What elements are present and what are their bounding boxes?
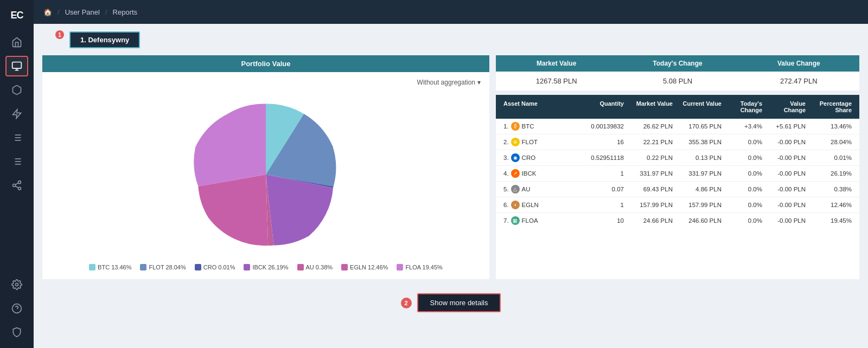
svg-point-17 <box>13 184 16 187</box>
legend-item: AU 0.38% <box>297 264 333 270</box>
asset-num: 6. <box>503 202 509 208</box>
asset-current-value: 355.38 PLN <box>675 136 724 149</box>
asset-pct-share: 13.46% <box>808 120 854 133</box>
sidebar-item-lightning[interactable] <box>5 104 28 124</box>
table-row: 7.▦FLOA1024.66 PLN246.60 PLN0.0%-0.00 PL… <box>496 213 859 228</box>
table-row: 6.▪EGLN1157.99 PLN157.99 PLN0.0%-0.00 PL… <box>496 197 859 213</box>
table-header-cell: Current Value <box>675 95 724 119</box>
asset-value-change: -0.00 PLN <box>764 183 808 196</box>
asset-name-cell: 3.◉CRO <box>501 150 583 165</box>
asset-quantity: 16 <box>583 136 626 149</box>
asset-ticker: FLOA <box>522 217 538 224</box>
table-row: 1.₿BTC0.0013983226.62 PLN170.65 PLN+3.4%… <box>496 119 859 134</box>
sidebar-item-box[interactable] <box>5 80 28 100</box>
show-more-badge: 2 <box>401 298 412 308</box>
table-header-cell: Value Change <box>764 95 808 119</box>
table-header-cell: Quantity <box>583 95 626 119</box>
legend-label: EGLN 12.46% <box>350 264 388 270</box>
asset-quantity: 0.52951118 <box>583 151 626 164</box>
asset-quantity: 10 <box>583 214 626 227</box>
sidebar-item-report[interactable] <box>5 127 28 148</box>
asset-value-change: -0.00 PLN <box>764 136 808 149</box>
portfolio-tab-defensywny[interactable]: 1. Defensywny <box>69 31 140 48</box>
asset-current-value: 4.86 PLN <box>675 183 724 196</box>
asset-current-value: 246.60 PLN <box>675 214 724 227</box>
market-summary-header: Market ValueToday's ChangeValue Change <box>496 55 859 72</box>
asset-market-value: 24.66 PLN <box>626 214 675 227</box>
sidebar-item-portfolio[interactable] <box>5 56 28 76</box>
legend-label: FLOA 19.45% <box>405 264 443 270</box>
pie-chart-container <box>49 91 483 259</box>
asset-market-value: 69.43 PLN <box>626 183 675 196</box>
asset-ticker: BTC <box>522 123 534 130</box>
main-content: 🏠 / User Panel / Reports 1 1. Defensywny… <box>34 0 868 348</box>
market-summary-value-cell: 1267.58 PLN <box>496 77 617 85</box>
asset-num: 4. <box>503 170 509 177</box>
sidebar-item-list[interactable] <box>5 151 28 172</box>
table-row: 5.△AU0.0769.43 PLN4.86 PLN0.0%-0.00 PLN0… <box>496 182 859 197</box>
asset-ticker: FLOT <box>522 139 538 145</box>
asset-current-value: 157.99 PLN <box>675 198 724 211</box>
legend-item: IBCK 26.19% <box>244 264 288 270</box>
asset-icon: △ <box>511 185 520 194</box>
asset-current-value: 170.65 PLN <box>675 120 724 133</box>
portfolio-value-header: Portfolio Value <box>42 55 489 72</box>
right-panel: Market ValueToday's ChangeValue Change 1… <box>496 55 859 279</box>
asset-pct-share: 0.38% <box>808 183 854 196</box>
table-row: 4.↗IBCK1331.97 PLN331.97 PLN0.0%-0.00 PL… <box>496 166 859 182</box>
asset-value-change: -0.00 PLN <box>764 198 808 211</box>
market-summary-header-cell: Value Change <box>738 55 859 72</box>
portfolio-badge-number: 1 <box>55 30 64 39</box>
asset-todays-change: 0.0% <box>724 183 764 196</box>
asset-todays-change: 0.0% <box>724 214 764 227</box>
breadcrumb-sep-2: / <box>105 8 107 16</box>
legend-color <box>397 264 403 270</box>
asset-todays-change: 0.0% <box>724 151 764 164</box>
legend-color <box>297 264 304 270</box>
aggregation-selector[interactable]: Without aggregation ▾ <box>49 79 483 86</box>
asset-table-header: Asset NameQuantityMarket ValueCurrent Va… <box>496 95 859 119</box>
asset-icon: ◉ <box>511 153 520 162</box>
table-header-cell: Market Value <box>626 95 675 119</box>
table-row: 2.⊕FLOT1622.21 PLN355.38 PLN0.0%-0.00 PL… <box>496 134 859 150</box>
asset-todays-change: 0.0% <box>724 167 764 180</box>
asset-market-value: 22.21 PLN <box>626 136 675 149</box>
svg-point-18 <box>18 187 21 190</box>
asset-icon: ⊕ <box>511 138 520 146</box>
market-summary-header-cell: Today's Change <box>617 55 738 72</box>
asset-ticker: AU <box>522 186 531 192</box>
aggregation-chevron-icon: ▾ <box>477 79 481 86</box>
asset-quantity: 1 <box>583 167 626 180</box>
left-panel: Portfolio Value Without aggregation ▾ <box>42 55 489 279</box>
svg-point-21 <box>16 283 18 286</box>
asset-value-change: -0.00 PLN <box>764 214 808 227</box>
asset-quantity: 0.00139832 <box>583 120 626 133</box>
pie-legend: BTC 13.46%FLOT 28.04%CRO 0.01%IBCK 26.19… <box>49 259 483 273</box>
market-summary-value-cell: 5.08 PLN <box>617 77 738 85</box>
show-more-button[interactable]: Show more details <box>417 293 501 312</box>
sidebar-item-help[interactable] <box>5 298 28 319</box>
asset-value-change: -0.00 PLN <box>764 167 808 180</box>
breadcrumb-user-panel[interactable]: User Panel <box>65 8 100 16</box>
topbar-home-icon[interactable]: 🏠 <box>43 8 52 16</box>
sidebar-item-home[interactable] <box>5 32 28 53</box>
portfolio-tab-bar: 1 1. Defensywny <box>34 24 868 50</box>
content-area: 1 1. Defensywny Portfolio Value Without … <box>34 24 868 348</box>
asset-market-value: 26.62 PLN <box>626 120 675 133</box>
market-summary-value-cell: 272.47 PLN <box>738 77 859 85</box>
asset-name-cell: 7.▦FLOA <box>501 213 583 228</box>
asset-table-rows: 1.₿BTC0.0013983226.62 PLN170.65 PLN+3.4%… <box>496 119 859 228</box>
asset-name-cell: 1.₿BTC <box>501 119 583 134</box>
breadcrumb-sep-1: / <box>58 8 60 16</box>
app-logo: EC <box>10 5 23 29</box>
asset-pct-share: 0.01% <box>808 151 854 164</box>
asset-name-cell: 5.△AU <box>501 182 583 197</box>
asset-todays-change: 0.0% <box>724 136 764 149</box>
legend-item: EGLN 12.46% <box>341 264 388 270</box>
sidebar-item-shield[interactable] <box>5 322 28 343</box>
sidebar-item-settings[interactable] <box>5 274 28 295</box>
pie-chart <box>187 96 344 253</box>
asset-ticker: EGLN <box>522 202 539 208</box>
sidebar-item-share[interactable] <box>5 175 28 196</box>
legend-item: FLOA 19.45% <box>397 264 443 270</box>
